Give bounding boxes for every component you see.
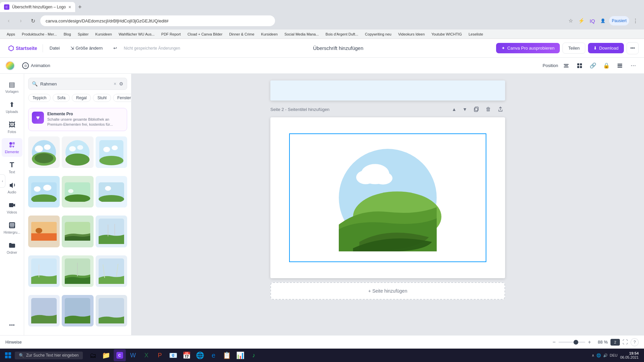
- taskbar-excel-btn[interactable]: X: [141, 349, 153, 361]
- bookmark-video[interactable]: Videokurs Ideen: [395, 32, 427, 37]
- page-duplicate-btn[interactable]: [472, 105, 481, 114]
- taskbar-app5-btn[interactable]: 📧: [167, 349, 179, 361]
- color-picker-btn[interactable]: [5, 61, 15, 70]
- page-title[interactable]: Überschrift hinzufügen: [313, 45, 363, 51]
- position-text[interactable]: Position: [543, 63, 558, 68]
- resize-btn[interactable]: ⇲ Größe ändern: [66, 44, 107, 53]
- element-item[interactable]: [96, 216, 127, 247]
- sidebar-item-elemente[interactable]: Elemente: [2, 138, 22, 157]
- taskbar-app7-btn[interactable]: 📋: [221, 349, 233, 361]
- bookmark-kursideen1[interactable]: Kursideen: [93, 32, 115, 37]
- element-item[interactable]: [28, 136, 60, 168]
- page-down-btn[interactable]: ▼: [461, 105, 469, 113]
- filter-tag-fenster[interactable]: Fenster: [113, 94, 131, 102]
- grid-icon-btn[interactable]: [574, 60, 585, 71]
- page-counter[interactable]: 2: [610, 339, 620, 346]
- more-options-btn[interactable]: •••: [627, 42, 639, 54]
- sidebar-item-fotos[interactable]: 🖼 Fotos: [2, 118, 22, 137]
- systray-expand-btn[interactable]: ∧: [592, 353, 594, 358]
- hints-text[interactable]: Hinweise: [5, 340, 548, 345]
- more-canvas-btn[interactable]: ⋯: [628, 60, 639, 71]
- systray-sound-icon[interactable]: 🔊: [603, 353, 608, 358]
- page-up-btn[interactable]: ▲: [450, 105, 458, 113]
- animation-btn[interactable]: ◎ Animation: [19, 61, 54, 70]
- bookmark-blog[interactable]: Blog: [61, 32, 74, 37]
- add-page-btn[interactable]: + Seite hinzufügen: [270, 282, 505, 300]
- zoom-percent[interactable]: 88 %: [594, 340, 608, 345]
- sidebar-item-uploads[interactable]: ⬆ Uploads: [2, 98, 22, 117]
- bookmark-bois[interactable]: Bois d'Argent Duft...: [323, 32, 361, 37]
- page-2-canvas[interactable]: [270, 117, 505, 278]
- tab-close-btn[interactable]: ×: [68, 4, 71, 10]
- address-bar[interactable]: canva.com/design/DAEdomzscjI/drBfjHdCojl…: [40, 15, 275, 26]
- filter-tag-stuhl[interactable]: Stuhl: [93, 94, 111, 102]
- undo-btn[interactable]: ↩: [109, 44, 121, 53]
- profile-name-btn[interactable]: Pausiert: [609, 16, 629, 25]
- element-item[interactable]: [62, 255, 93, 287]
- download-btn[interactable]: ⬇ Download: [588, 43, 624, 53]
- element-item[interactable]: [96, 176, 127, 207]
- element-item[interactable]: [28, 295, 60, 326]
- pro-btn[interactable]: ✦ Canva Pro ausprobieren: [496, 43, 560, 53]
- search-clear-btn[interactable]: ×: [114, 81, 116, 86]
- new-tab-btn[interactable]: +: [75, 2, 85, 12]
- zoom-out-btn[interactable]: −: [552, 339, 555, 345]
- element-item[interactable]: [62, 216, 93, 247]
- element-item[interactable]: [28, 176, 60, 207]
- element-item[interactable]: [96, 255, 127, 287]
- taskbar-ppt-btn[interactable]: P: [154, 349, 166, 361]
- bookmark-produktsuche[interactable]: Produktsuche - Mer...: [19, 32, 60, 37]
- bookmark-copy[interactable]: Copywriting neu: [362, 32, 394, 37]
- element-item[interactable]: [62, 136, 93, 168]
- element-item[interactable]: [28, 216, 60, 247]
- search-input-wrap[interactable]: 🔍 × ⚙: [28, 78, 127, 90]
- filter-tag-regal[interactable]: Regal: [72, 94, 91, 102]
- element-item[interactable]: [96, 295, 127, 326]
- element-item[interactable]: [96, 136, 127, 168]
- taskbar-canva-btn[interactable]: C: [114, 349, 126, 361]
- active-tab[interactable]: C Überschrift hinzufügen – Logo ×: [0, 2, 75, 12]
- taskbar-search[interactable]: 🔍 Zur Suche Text hier eingeben: [15, 352, 83, 359]
- link-icon-btn[interactable]: 🔗: [588, 60, 598, 71]
- zoom-slider[interactable]: [558, 342, 585, 343]
- search-filter-btn[interactable]: ⚙: [119, 81, 123, 86]
- bookmark-apps[interactable]: Apps: [4, 32, 18, 37]
- share-btn[interactable]: Teilen: [562, 43, 585, 54]
- fullscreen-btn[interactable]: ⛶: [623, 339, 628, 345]
- file-menu-btn[interactable]: Datei: [46, 44, 64, 53]
- sidebar-item-text[interactable]: T Text: [2, 158, 22, 177]
- element-item[interactable]: [28, 255, 60, 287]
- sidebar-item-hintergrund[interactable]: Hintergru...: [2, 219, 22, 237]
- profile-btn[interactable]: 👤: [598, 16, 608, 25]
- page-1-canvas[interactable]: [270, 80, 505, 101]
- lock-icon-btn[interactable]: 🔒: [601, 60, 612, 71]
- bookmark-btn[interactable]: ☆: [566, 16, 576, 25]
- back-btn[interactable]: ‹: [4, 16, 13, 25]
- page-share-btn[interactable]: [496, 105, 505, 114]
- sidebar-item-ordner[interactable]: Ordner: [2, 239, 22, 257]
- sidebar-item-vorlagen[interactable]: ▤ Vorlagen: [2, 78, 22, 97]
- bookmark-dinner[interactable]: Dinner & Crime: [226, 32, 257, 37]
- sidebar-more-btn[interactable]: •••: [6, 319, 18, 331]
- help-btn[interactable]: ?: [631, 338, 639, 346]
- iq-btn[interactable]: IQ: [588, 16, 597, 25]
- sidebar-item-videos[interactable]: Videos: [2, 198, 22, 217]
- bookmark-pdf[interactable]: PDF Report: [159, 32, 183, 37]
- taskbar-edge-btn[interactable]: e: [208, 349, 220, 361]
- search-input[interactable]: [40, 81, 111, 86]
- taskbar-word-btn[interactable]: W: [127, 349, 139, 361]
- taskbar-clock[interactable]: 19:54 06.05.2021: [620, 351, 639, 359]
- element-item[interactable]: [62, 176, 93, 207]
- systray-lang[interactable]: DEU: [610, 353, 618, 357]
- bookmark-lese[interactable]: Leseliste: [466, 32, 486, 37]
- taskbar-chrome-btn[interactable]: 🌐: [194, 349, 206, 361]
- taskbar-app8-btn[interactable]: 📊: [234, 349, 247, 361]
- home-btn[interactable]: ⬡ Startseite: [5, 42, 40, 54]
- start-btn[interactable]: [3, 350, 13, 361]
- bookmark-social[interactable]: Social Media Mana...: [282, 32, 322, 37]
- taskbar-explorer-btn[interactable]: 🗂: [87, 349, 99, 361]
- filter-tag-teppich[interactable]: Teppich: [28, 94, 51, 102]
- filter-tag-sofa[interactable]: Sofa: [53, 94, 70, 102]
- taskbar-spotify-btn[interactable]: ♪: [248, 349, 260, 361]
- panel-collapse-btn[interactable]: ‹: [0, 174, 5, 188]
